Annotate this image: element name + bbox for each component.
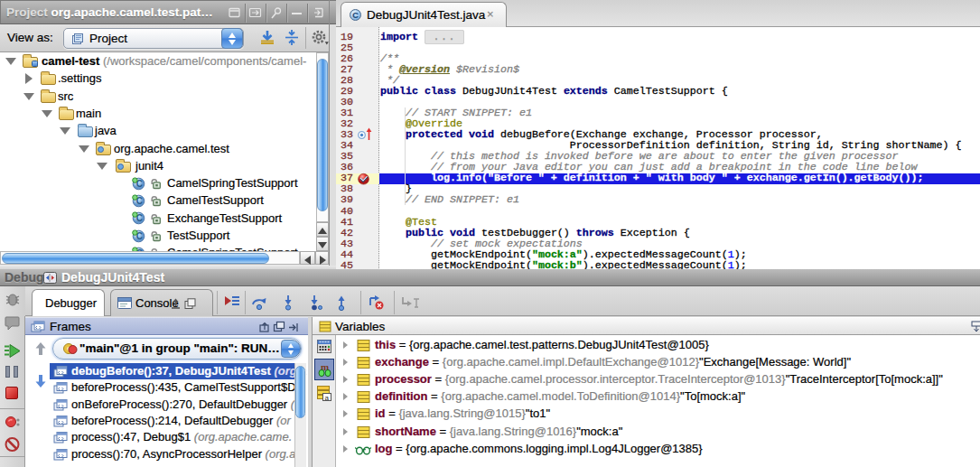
svg-text:a: a: [325, 394, 330, 402]
